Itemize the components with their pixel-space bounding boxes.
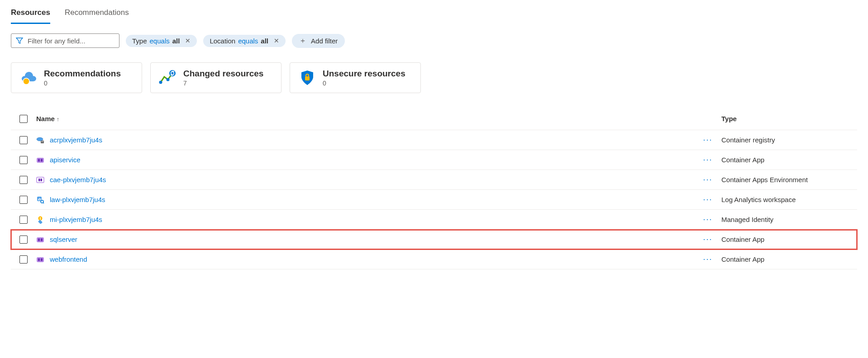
more-actions-icon[interactable]: ··· — [694, 254, 721, 264]
card-recommendations[interactable]: Recommendations 0 — [11, 62, 142, 93]
card-title: Recommendations — [44, 69, 121, 79]
svg-rect-23 — [40, 198, 41, 201]
tabs: Resources Recommendations — [11, 4, 857, 24]
container-app-icon — [36, 156, 44, 164]
svg-line-25 — [43, 203, 44, 203]
svg-point-5 — [159, 81, 162, 84]
pill-val: all — [261, 37, 268, 45]
resource-type: Container App — [721, 255, 857, 263]
resource-type: Container registry — [721, 136, 857, 144]
plus-icon: ＋ — [299, 36, 306, 46]
row-checkbox[interactable] — [19, 196, 28, 204]
more-actions-icon[interactable]: ··· — [694, 135, 721, 145]
card-title: Unsecure resources — [323, 69, 405, 79]
resource-type: Container Apps Environment — [721, 176, 857, 184]
svg-rect-32 — [41, 238, 43, 241]
tab-recommendations[interactable]: Recommendations — [65, 4, 129, 24]
filter-input[interactable] — [28, 37, 114, 45]
shield-lock-icon — [298, 69, 316, 87]
resource-type: Container App — [721, 236, 857, 243]
svg-rect-21 — [38, 199, 39, 201]
log-analytics-icon — [36, 196, 44, 204]
svg-rect-22 — [39, 198, 40, 201]
cloud-recommendation-icon — [19, 69, 38, 87]
tab-resources[interactable]: Resources — [11, 4, 50, 24]
svg-rect-34 — [38, 258, 40, 261]
add-filter-button[interactable]: ＋ Add filter — [292, 34, 345, 48]
filter-pill-location[interactable]: Location equals all ✕ — [203, 35, 286, 47]
container-registry-icon — [36, 136, 44, 144]
more-actions-icon[interactable]: ··· — [694, 215, 721, 224]
card-count: 0 — [323, 80, 405, 87]
resource-link[interactable]: acrplxvjemb7ju4s — [50, 136, 102, 144]
pill-op: equals — [238, 37, 258, 45]
svg-rect-35 — [41, 258, 43, 261]
more-actions-icon[interactable]: ··· — [694, 195, 721, 204]
filter-pill-type[interactable]: Type equals all ✕ — [126, 35, 197, 47]
close-icon[interactable]: ✕ — [185, 37, 191, 44]
svg-rect-18 — [38, 179, 40, 181]
table-row: apiservice···Container App — [11, 150, 857, 170]
table-header: Name↑ Type — [11, 110, 857, 130]
svg-rect-13 — [43, 141, 43, 142]
managed-identity-icon — [36, 216, 44, 224]
svg-rect-12 — [42, 141, 43, 142]
resource-link[interactable]: law-plxvjemb7ju4s — [50, 196, 105, 203]
resource-link[interactable]: sqlserver — [50, 236, 77, 243]
summary-cards: Recommendations 0 Changed resources 7 — [11, 62, 857, 93]
svg-point-27 — [40, 217, 41, 218]
column-header-name[interactable]: Name↑ — [36, 115, 694, 122]
svg-rect-19 — [41, 179, 43, 181]
more-actions-icon[interactable]: ··· — [694, 155, 721, 165]
table-row: acrplxvjemb7ju4s···Container registry — [11, 130, 857, 150]
container-app-icon — [36, 255, 44, 264]
svg-rect-11 — [41, 141, 44, 143]
filter-toolbar: Type equals all ✕ Location equals all ✕ … — [11, 33, 857, 48]
table-row: mi-plxvjemb7ju4s···Managed Identity — [11, 210, 857, 230]
svg-rect-30 — [37, 237, 44, 242]
pill-field: Type — [132, 37, 147, 45]
card-changed-resources[interactable]: Changed resources 7 — [150, 62, 281, 93]
card-count: 0 — [44, 80, 121, 87]
svg-rect-31 — [38, 238, 40, 241]
sort-arrow-up-icon: ↑ — [57, 116, 60, 122]
table-row: law-plxvjemb7ju4s···Log Analytics worksp… — [11, 190, 857, 210]
card-unsecure-resources[interactable]: Unsecure resources 0 — [290, 62, 421, 93]
resource-type: Managed Identity — [721, 216, 857, 223]
row-checkbox[interactable] — [19, 216, 28, 224]
changed-resources-icon — [159, 69, 177, 87]
svg-point-6 — [167, 78, 170, 81]
resource-link[interactable]: cae-plxvjemb7ju4s — [50, 176, 106, 184]
more-actions-icon[interactable]: ··· — [694, 235, 721, 244]
pill-field: Location — [210, 37, 235, 45]
container-app-icon — [36, 236, 44, 244]
more-actions-icon[interactable]: ··· — [694, 175, 721, 184]
add-filter-label: Add filter — [311, 37, 338, 45]
resource-link[interactable]: apiservice — [50, 156, 81, 164]
row-checkbox[interactable] — [19, 236, 28, 244]
row-checkbox[interactable] — [19, 156, 28, 164]
close-icon[interactable]: ✕ — [274, 37, 279, 44]
svg-rect-33 — [37, 257, 44, 262]
row-checkbox[interactable] — [19, 176, 28, 184]
pill-op: equals — [150, 37, 170, 45]
container-apps-env-icon — [36, 176, 44, 184]
row-checkbox[interactable] — [19, 255, 28, 264]
svg-rect-14 — [37, 158, 44, 163]
svg-rect-29 — [38, 220, 43, 224]
row-checkbox[interactable] — [19, 136, 28, 144]
svg-rect-28 — [40, 218, 41, 220]
resource-link[interactable]: mi-plxvjemb7ju4s — [50, 216, 102, 223]
resource-link[interactable]: webfrontend — [50, 255, 87, 263]
select-all-checkbox[interactable] — [19, 115, 28, 123]
card-title: Changed resources — [183, 69, 263, 79]
table-row: sqlserver···Container App — [11, 230, 857, 250]
table-row: cae-plxvjemb7ju4s···Container Apps Envir… — [11, 170, 857, 190]
pill-val: all — [172, 37, 180, 45]
resource-type: Log Analytics workspace — [721, 196, 857, 203]
svg-rect-15 — [38, 159, 40, 161]
column-header-type[interactable]: Type — [721, 115, 857, 122]
resource-type: Container App — [721, 156, 857, 164]
filter-input-wrap[interactable] — [11, 33, 119, 48]
filter-icon — [16, 37, 23, 44]
